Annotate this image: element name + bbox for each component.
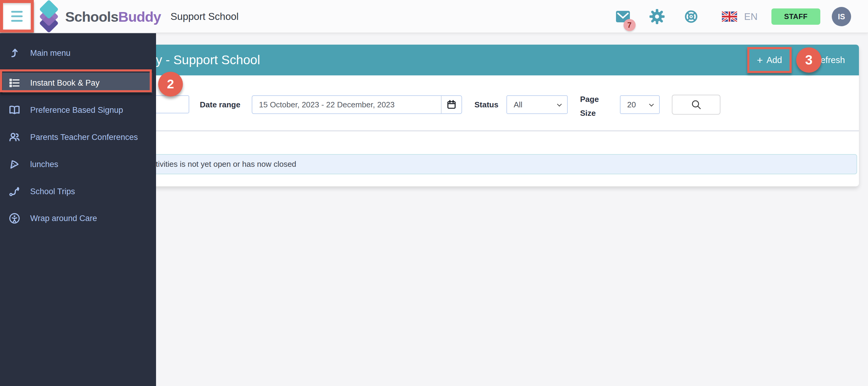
plus-icon: + [757,55,763,65]
date-range-label: Date range [200,96,240,114]
sidebar-item-lunches[interactable]: lunches [0,154,156,174]
annotation-step-3: 3 [796,47,822,73]
uk-flag-icon [722,11,737,22]
sidebar-item-wrap-around-care[interactable]: Wrap around Care [0,208,156,229]
sidebar-item-main-menu[interactable]: Main menu [0,43,156,63]
schoolsbuddy-logo[interactable]: SchoolsBuddy Support School [37,2,239,31]
help-button[interactable] [684,9,699,24]
avatar[interactable]: IS [832,7,851,26]
gear-icon [650,9,664,24]
sidebar-item-school-trips[interactable]: School Trips [0,181,156,202]
page-size-selected-value: 20 [627,96,636,114]
sidebar-item-parents-teacher-conferences[interactable]: Parents Teacher Conferences [0,127,156,148]
status-selected-value: All [514,96,522,114]
date-range-value: 15 October, 2023 - 22 December, 2023 [252,100,395,109]
hamburger-menu-button[interactable] [11,11,23,22]
sidebar-menu: Main menu Instant Book & Pay Preference … [0,33,156,386]
hamburger-icon [11,11,23,13]
calendar-icon [447,100,456,109]
status-label: Status [474,96,498,114]
staff-role-button[interactable]: STAFF [771,8,820,25]
messages-button[interactable]: 7 [616,10,630,23]
life-ring-icon [684,9,699,24]
language-code[interactable]: EN [744,11,757,22]
book-icon [8,104,21,116]
notifications-badge: 7 [623,19,636,31]
search-button[interactable] [672,95,720,115]
chevron-down-icon [649,102,654,107]
users-icon [8,131,21,143]
instant-book-pay-annotation-box [0,69,152,92]
search-icon [691,99,702,110]
status-select[interactable]: All [506,95,568,114]
add-button[interactable]: + Add [757,55,782,65]
arrow-up-icon [8,47,21,59]
topbar-actions: 7 [616,0,851,33]
pizza-icon [8,158,21,170]
chevron-down-icon [557,102,562,107]
school-name: Support School [170,11,239,22]
date-range-input[interactable]: 15 October, 2023 - 22 December, 2023 [252,95,462,114]
page-size-label: Page Size [580,92,613,120]
route-icon [8,186,21,197]
settings-button[interactable] [650,9,664,24]
language-selector[interactable] [722,11,737,22]
person-circle-icon [8,212,21,224]
annotation-step-2: 2 [158,72,183,96]
add-annotation-box: + Add [747,47,792,73]
sidebar-item-preference-based-signup[interactable]: Preference Based Signup [0,100,156,120]
add-button-label: Add [767,55,782,65]
logo-wordmark: SchoolsBuddy [65,8,161,25]
date-picker-button[interactable] [441,96,462,114]
topbar: SchoolsBuddy Support School 7 [0,0,868,33]
logo-diamonds-icon [37,2,61,31]
page-size-select[interactable]: 20 [620,95,660,114]
hamburger-annotation-box [0,0,34,33]
